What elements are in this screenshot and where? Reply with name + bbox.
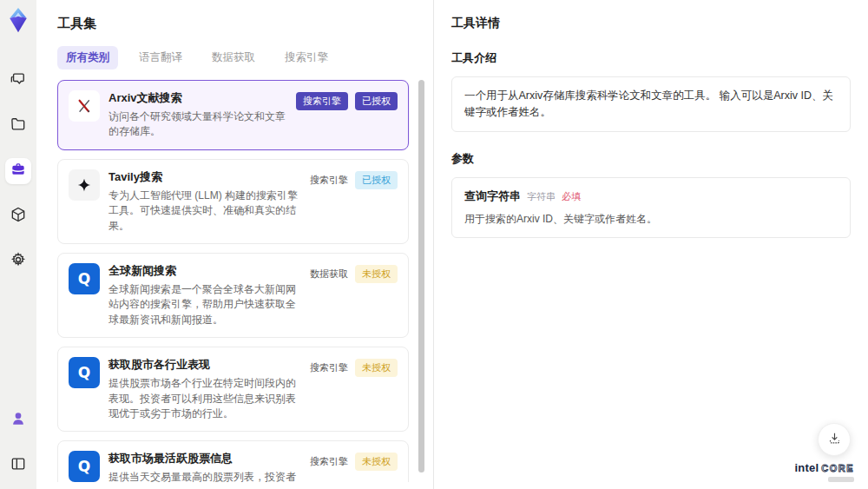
tool-card[interactable]: Tavily搜索 专为人工智能代理 (LLM) 构建的搜索引擎工具。可快速提供实…	[57, 159, 409, 244]
tool-name: Arxiv文献搜索	[108, 90, 287, 106]
parameter-card: 查询字符串 字符串 必填 用于搜索的Arxiv ID、关键字或作者姓名。	[451, 177, 851, 238]
cube-icon	[10, 206, 27, 227]
tab-label: 所有类别	[66, 51, 109, 63]
tool-card[interactable]: Q 全球新闻搜索 全球新闻搜索是一个聚合全球各大新闻网站内容的搜索引擎，帮助用户…	[57, 253, 409, 338]
sidebar-item-packages[interactable]	[5, 203, 31, 229]
tool-list: Arxiv文献搜索 访问各个研究领域大量科学论文和文章的存储库。 搜索引擎 已授…	[57, 80, 433, 482]
tool-body: 获取市场最活跃股票信息 提供当天交易量最高的股票列表，投资者可以利用这些信息来识…	[108, 451, 301, 482]
scrollbar-thumb[interactable]	[418, 80, 424, 472]
auth-status-badge: 未授权	[355, 359, 398, 377]
arxiv-icon	[69, 90, 100, 122]
sidebar-item-files[interactable]	[5, 113, 31, 139]
tool-name: 全球新闻搜索	[108, 263, 301, 279]
tab-label: 数据获取	[212, 51, 255, 63]
sidebar-item-collapse[interactable]	[5, 453, 31, 479]
tool-body: Arxiv文献搜索 访问各个研究领域大量科学论文和文章的存储库。	[108, 90, 287, 140]
sidebar-item-chat[interactable]	[5, 68, 31, 94]
intel-brand-text: intel	[794, 462, 819, 474]
folder-icon	[10, 116, 27, 136]
tool-name: 获取股市各行业表现	[108, 357, 301, 373]
tool-card[interactable]: Q 获取股市各行业表现 提供股票市场各个行业在特定时间段内的表现。投资者可以利用…	[57, 347, 409, 432]
intel-logo-sub	[828, 477, 854, 482]
parameter-required-badge: 必填	[562, 190, 581, 203]
core-brand-text: CORE	[821, 463, 854, 473]
category-badge: 搜索引擎	[310, 453, 348, 471]
q-news-icon: Q	[69, 263, 100, 294]
intro-heading: 工具介绍	[451, 50, 851, 66]
tavily-star-icon	[69, 169, 100, 201]
intro-text-box: 一个用于从Arxiv存储库搜索科学论文和文章的工具。 输入可以是Arxiv ID…	[451, 76, 851, 132]
user-icon	[10, 410, 27, 431]
app-logo-icon	[7, 7, 30, 33]
q-news-icon: Q	[69, 451, 100, 482]
tool-body: 获取股市各行业表现 提供股票市场各个行业在特定时间段内的表现。投资者可以利用这些…	[108, 357, 301, 421]
tool-description: 全球新闻搜索是一个聚合全球各大新闻网站内容的搜索引擎，帮助用户快速获取全球最新资…	[108, 282, 301, 327]
category-tabs: 所有类别 语言翻译 数据获取 搜索引擎	[57, 46, 433, 69]
category-tab-0[interactable]: 所有类别	[57, 46, 118, 69]
tab-label: 语言翻译	[139, 51, 182, 63]
tool-description: 访问各个研究领域大量科学论文和文章的存储库。	[108, 109, 287, 140]
category-tab-2[interactable]: 数据获取	[203, 46, 264, 69]
auth-status-badge: 未授权	[355, 453, 398, 471]
tool-tags: 搜索引擎 已授权	[296, 92, 398, 110]
tool-name: 获取市场最活跃股票信息	[108, 451, 301, 466]
tool-name: Tavily搜索	[108, 169, 301, 185]
scrollbar-track[interactable]	[418, 80, 424, 482]
tool-body: Tavily搜索 专为人工智能代理 (LLM) 构建的搜索引擎工具。可快速提供实…	[108, 169, 301, 234]
sidebar-item-toolbox[interactable]	[5, 158, 31, 184]
category-badge: 搜索引擎	[310, 171, 348, 189]
tab-label: 搜索引擎	[285, 51, 328, 63]
parameter-type: 字符串	[527, 190, 556, 203]
tool-body: 全球新闻搜索 全球新闻搜索是一个聚合全球各大新闻网站内容的搜索引擎，帮助用户快速…	[108, 263, 301, 327]
auth-status-badge: 未授权	[355, 265, 398, 283]
tool-detail-panel: 工具详情 工具介绍 一个用于从Arxiv存储库搜索科学论文和文章的工具。 输入可…	[434, 0, 868, 489]
tool-tags: 数据获取 未授权	[310, 265, 398, 283]
tool-tags: 搜索引擎 已授权	[310, 171, 398, 189]
panel-toggle-icon	[10, 455, 27, 476]
page-title: 工具集	[57, 16, 433, 32]
tool-description: 提供当天交易量最高的股票列表，投资者可以利用这些信息来识别流动性强的股票和潜在的…	[108, 470, 301, 482]
tool-description: 专为人工智能代理 (LLM) 构建的搜索引擎工具。可快速提供实时、准确和真实的结…	[108, 188, 301, 234]
tool-card[interactable]: Arxiv文献搜索 访问各个研究领域大量科学论文和文章的存储库。 搜索引擎 已授…	[57, 80, 409, 150]
download-icon	[827, 431, 842, 449]
parameter-name: 查询字符串	[464, 188, 521, 204]
gear-icon	[10, 251, 27, 272]
tool-description: 提供股票市场各个行业在特定时间段内的表现。投资者可以利用这些信息来识别表现优于或…	[108, 376, 301, 421]
parameter-description: 用于搜索的Arxiv ID、关键字或作者姓名。	[464, 212, 838, 227]
category-badge: 数据获取	[310, 265, 348, 283]
q-news-icon: Q	[69, 357, 100, 388]
tool-card[interactable]: Q 获取市场最活跃股票信息 提供当天交易量最高的股票列表，投资者可以利用这些信息…	[57, 440, 409, 482]
parameter-header: 查询字符串 字符串 必填	[464, 188, 838, 204]
icon-rail	[0, 0, 36, 489]
tool-tags: 搜索引擎 未授权	[310, 359, 398, 377]
app-window: 工具集 所有类别 语言翻译 数据获取 搜索引擎 Arxiv文献搜索 访问各个研究…	[0, 0, 868, 489]
chat-icon	[10, 70, 27, 91]
intel-core-logo: intel CORE	[794, 462, 854, 482]
params-heading: 参数	[451, 151, 851, 167]
sidebar-item-settings[interactable]	[5, 248, 31, 274]
download-button[interactable]	[818, 423, 851, 456]
detail-title: 工具详情	[451, 16, 851, 31]
auth-status-badge: 已授权	[355, 92, 398, 110]
tool-tags: 搜索引擎 未授权	[310, 453, 398, 471]
auth-status-badge: 已授权	[355, 171, 398, 189]
sidebar-item-profile[interactable]	[5, 407, 31, 433]
category-tab-1[interactable]: 语言翻译	[130, 46, 191, 69]
tool-list-panel: 工具集 所有类别 语言翻译 数据获取 搜索引擎 Arxiv文献搜索 访问各个研究…	[36, 0, 434, 489]
category-tab-3[interactable]: 搜索引擎	[276, 46, 337, 69]
category-badge: 搜索引擎	[296, 92, 348, 110]
toolbox-icon	[10, 161, 27, 182]
category-badge: 搜索引擎	[310, 359, 348, 377]
